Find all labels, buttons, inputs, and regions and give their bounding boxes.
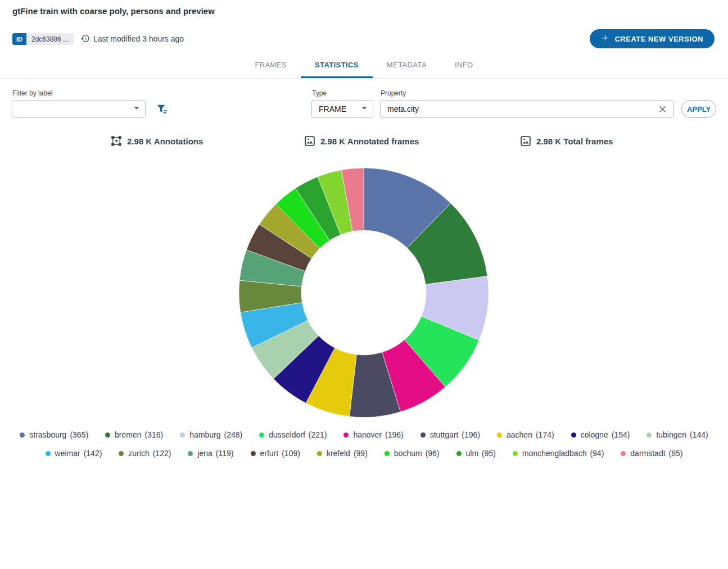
legend-value: (109): [282, 449, 300, 458]
legend-item-krefeld[interactable]: krefeld(99): [317, 449, 368, 458]
legend-dot: [105, 433, 110, 438]
annotations-icon: [111, 135, 122, 147]
close-icon: [657, 108, 668, 116]
legend-value: (144): [690, 430, 708, 439]
legend-value: (95): [482, 449, 496, 458]
filter-by-label-select[interactable]: [12, 100, 146, 118]
image-icon: [304, 135, 315, 147]
legend-item-aachen[interactable]: aachen(174): [497, 430, 554, 439]
legend-value: (365): [70, 430, 88, 439]
legend-item-hanover[interactable]: hanover(196): [343, 430, 403, 439]
create-new-version-button[interactable]: CREATE NEW VERSION: [590, 29, 715, 48]
property-input[interactable]: [387, 104, 651, 113]
tab-info[interactable]: INFO: [441, 52, 487, 78]
type-select-value: FRAME: [319, 104, 358, 113]
legend-item-bremen[interactable]: bremen(316): [105, 430, 163, 439]
legend-label: zurich: [128, 449, 149, 458]
legend-item-strasbourg[interactable]: strasbourg(365): [20, 430, 88, 439]
filter-funnel-button[interactable]: [155, 103, 169, 117]
legend-dot: [180, 433, 185, 438]
create-new-version-label: CREATE NEW VERSION: [614, 35, 703, 43]
legend-item-weimar[interactable]: weimar(142): [46, 449, 102, 458]
legend-item-darmstadt[interactable]: darmstadt(85): [621, 449, 682, 458]
legend-label: ulm: [466, 449, 479, 458]
legend-dot: [420, 433, 426, 438]
legend-label: krefeld: [327, 449, 350, 458]
legend-item-hamburg[interactable]: hamburg(248): [180, 430, 242, 439]
chevron-down-icon: [130, 102, 145, 116]
legend-value: (142): [84, 449, 102, 458]
tab-metadata[interactable]: METADATA: [373, 52, 441, 78]
legend-label: darmstadt: [630, 449, 665, 458]
legend-dot: [259, 433, 264, 438]
plus-icon: [601, 34, 609, 44]
legend-item-erfurt[interactable]: erfurt(109): [251, 449, 300, 458]
donut-chart: [234, 163, 494, 422]
legend-value: (196): [462, 430, 480, 439]
legend-dot: [188, 451, 193, 456]
legend-value: (122): [153, 449, 171, 458]
stat-2: 2.98 K Total frames: [520, 135, 613, 147]
legend-label: weimar: [55, 449, 80, 458]
legend-item-monchengladbach[interactable]: monchengladbach(94): [513, 449, 604, 458]
stat-0: 2.98 K Annotations: [111, 135, 203, 147]
type-label: Type: [312, 89, 327, 97]
legend-dot: [513, 451, 518, 456]
legend-item-jena[interactable]: jena(119): [188, 449, 233, 458]
legend-item-stuttgart[interactable]: stuttgart(196): [420, 430, 480, 439]
legend-value: (96): [426, 449, 440, 458]
tab-frames[interactable]: FRAMES: [241, 52, 301, 78]
legend-value: (221): [309, 430, 327, 439]
legend-label: hamburg: [189, 430, 220, 439]
legend-label: strasbourg: [29, 430, 66, 439]
legend-dot: [20, 433, 25, 438]
legend-item-dusseldorf[interactable]: dusseldorf(221): [259, 430, 327, 439]
legend-value: (316): [145, 430, 164, 439]
legend-value: (154): [612, 430, 630, 439]
id-badge: ID: [12, 33, 26, 45]
type-select[interactable]: FRAME: [311, 100, 373, 118]
legend-item-ulm[interactable]: ulm(95): [456, 449, 496, 458]
apply-button[interactable]: APPLY: [681, 100, 716, 118]
legend-dot: [385, 451, 390, 456]
legend-value: (248): [224, 430, 242, 439]
legend-value: (174): [536, 430, 554, 439]
dropdown-arrow-icon: [358, 102, 373, 116]
legend-label: jena: [197, 449, 212, 458]
legend-label: erfurt: [260, 449, 279, 458]
legend-dot: [119, 451, 124, 456]
legend-label: stuttgart: [430, 430, 459, 439]
dataset-statistics-page: gtFine train with coarse poly, persons a…: [0, 0, 728, 569]
legend-dot: [646, 433, 652, 438]
legend-value: (119): [216, 449, 234, 458]
legend-item-tubingen[interactable]: tubingen(144): [646, 430, 708, 439]
history-icon: [80, 34, 90, 43]
legend-item-zurich[interactable]: zurich(122): [119, 449, 171, 458]
legend-dot: [251, 451, 256, 456]
chart-legend-row-2: weimar(142)zurich(122)jena(119)erfurt(10…: [0, 449, 728, 458]
dataset-id-chip[interactable]: ID 2dc63886 ...: [12, 33, 74, 45]
legend-item-cologne[interactable]: cologne(154): [571, 430, 630, 439]
tab-statistics[interactable]: STATISTICS: [301, 52, 373, 78]
filter-icon: [156, 109, 168, 117]
legend-value: (85): [669, 449, 683, 458]
property-field-wrap: [380, 100, 674, 118]
legend-label: hanover: [353, 430, 382, 439]
stat-label: 2.98 K Total frames: [536, 136, 613, 146]
stat-label: 2.98 K Annotations: [127, 136, 203, 146]
last-modified: Last modified 3 hours ago: [80, 34, 184, 43]
tabs-bar: FRAMESSTATISTICSMETADATAINFO: [0, 52, 728, 79]
legend-label: cologne: [581, 430, 608, 439]
legend-label: bremen: [115, 430, 141, 439]
legend-dot: [621, 451, 626, 456]
stat-1: 2.98 K Annotated frames: [304, 135, 419, 147]
image-icon: [520, 135, 531, 147]
last-modified-text: Last modified 3 hours ago: [93, 34, 184, 43]
legend-label: dusseldorf: [269, 430, 305, 439]
filter-by-label-label: Filter by label: [12, 89, 52, 97]
legend-dot: [317, 451, 322, 456]
chart-legend-row-1: strasbourg(365)bremen(316)hamburg(248)du…: [0, 430, 728, 439]
clear-property-button[interactable]: [657, 104, 668, 115]
legend-value: (94): [590, 449, 604, 458]
legend-item-bochum[interactable]: bochum(96): [385, 449, 440, 458]
